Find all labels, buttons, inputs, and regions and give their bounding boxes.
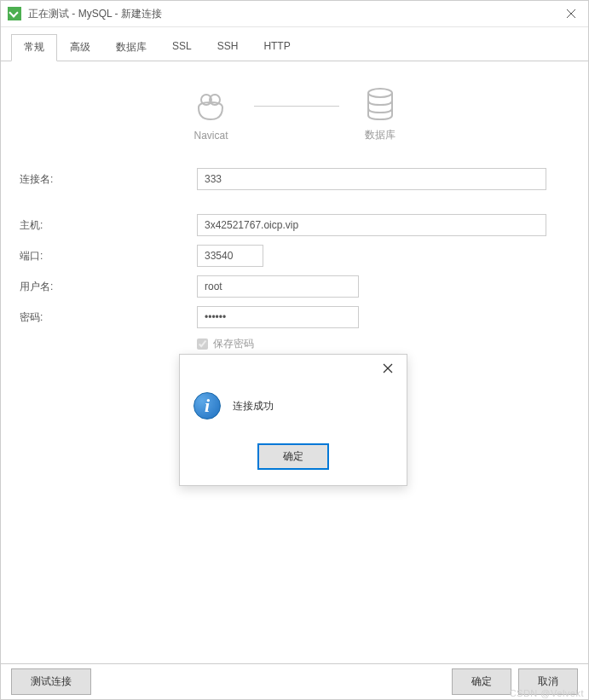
port-label: 端口: [18,249,197,263]
dialog-message: 连接成功 [233,399,274,414]
host-label: 主机: [18,218,197,233]
pass-input[interactable] [197,306,359,328]
row-port: 端口: [18,245,571,267]
diagram-navicat-label: Navicat [193,130,228,142]
info-icon: i [193,392,221,419]
diagram-database-label: 数据库 [365,128,396,142]
svg-point-4 [368,89,392,97]
window: 正在测试 - MySQL - 新建连接 常规 高级 数据库 SSL SSH HT… [0,0,589,700]
row-conn-name: 连接名: [18,168,571,190]
conn-name-label: 连接名: [18,172,197,187]
titlebar: 正在测试 - MySQL - 新建连接 [1,1,588,27]
diagram-database: 数据库 [365,87,396,142]
dialog-titlebar [180,355,407,382]
dialog-body: i 连接成功 [180,382,407,437]
tab-http[interactable]: HTTP [251,34,303,61]
result-dialog: i 连接成功 确定 [179,354,407,486]
user-input[interactable] [197,275,359,298]
user-label: 用户名: [18,280,197,294]
dialog-ok-button[interactable]: 确定 [257,443,329,470]
save-pass-checkbox[interactable] [197,338,208,350]
diagram-line [254,106,339,107]
tab-advanced[interactable]: 高级 [57,34,103,61]
window-title: 正在测试 - MySQL - 新建连接 [28,7,554,21]
tab-general[interactable]: 常规 [11,34,57,61]
navicat-icon [193,89,228,123]
diagram-navicat: Navicat [193,89,228,142]
database-icon [365,87,396,121]
pass-label: 密码: [18,310,197,325]
dialog-footer: 确定 [180,437,407,485]
cancel-button[interactable]: 取消 [518,668,578,695]
conn-name-input[interactable] [197,168,546,190]
row-save-pass: 保存密码 [197,337,571,351]
tab-ssl[interactable]: SSL [159,34,205,61]
save-pass-label: 保存密码 [213,337,254,351]
port-input[interactable] [197,245,263,267]
ok-button[interactable]: 确定 [452,668,511,695]
close-icon [567,9,575,18]
row-pass: 密码: [18,306,571,328]
tab-ssh[interactable]: SSH [205,34,251,61]
tabbar: 常规 高级 数据库 SSL SSH HTTP [1,34,588,61]
dialog-close-button[interactable] [369,355,407,382]
footer: 测试连接 确定 取消 [1,663,588,699]
app-icon [8,7,21,20]
tab-database[interactable]: 数据库 [103,34,159,61]
host-input[interactable] [197,214,546,236]
test-connection-button[interactable]: 测试连接 [11,668,91,695]
close-icon [383,363,393,373]
window-close-button[interactable] [554,1,588,27]
row-host: 主机: [18,214,571,236]
connection-diagram: Navicat 数据库 [18,87,571,142]
row-user: 用户名: [18,275,571,298]
